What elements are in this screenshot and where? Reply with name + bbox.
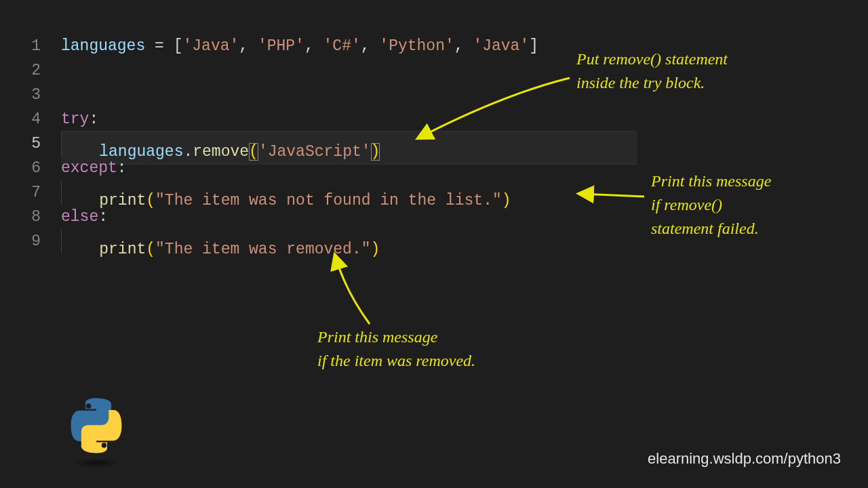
code-line: 3 — [0, 83, 868, 107]
code-line: 2 — [0, 58, 868, 83]
logo-shadow — [73, 458, 120, 468]
colon: : — [89, 110, 98, 128]
string-literal: 'Java' — [182, 37, 239, 55]
bracket: [ — [174, 37, 183, 55]
function-call: print — [99, 241, 146, 258]
bracket: ] — [529, 37, 538, 55]
string-literal: 'JavaScript' — [258, 143, 371, 161]
identifier: languages — [61, 37, 145, 55]
line-number: 4 — [0, 107, 61, 131]
annotation-else: Print this message if the item was remov… — [317, 325, 475, 373]
paren-open: ( — [146, 241, 155, 258]
comma: , — [454, 37, 473, 55]
indent — [62, 241, 99, 258]
comma: , — [304, 37, 323, 55]
line-number: 5 — [0, 131, 61, 156]
function-call: remove — [193, 143, 249, 161]
string-literal: "The item was not found in the list." — [155, 192, 502, 209]
string-literal: "The item was removed." — [155, 241, 370, 258]
line-number: 9 — [0, 229, 61, 253]
line-number: 3 — [0, 83, 61, 107]
line-number: 1 — [0, 34, 61, 58]
colon: : — [117, 159, 127, 177]
keyword-else: else — [61, 208, 98, 226]
comma: , — [239, 37, 258, 55]
code-line: 1 languages = ['Java', 'PHP', 'C#', 'Pyt… — [0, 34, 868, 58]
annotation-try-block: Put remove() statement inside the try bl… — [576, 47, 728, 95]
footer-url: elearning.wsldp.com/python3 — [648, 450, 841, 468]
line-number: 7 — [0, 180, 61, 205]
operator: = — [145, 37, 173, 55]
keyword-try: try — [61, 110, 89, 128]
comma: , — [361, 37, 380, 55]
paren-open: ( — [249, 143, 258, 161]
line-number: 6 — [0, 156, 61, 180]
dot: . — [183, 143, 193, 161]
python-logo-icon — [68, 397, 125, 468]
colon: : — [98, 208, 108, 226]
code-line: 4 try: — [0, 107, 868, 131]
string-literal: 'PHP' — [258, 37, 304, 55]
string-literal: 'C#' — [323, 37, 361, 55]
keyword-except: except — [61, 159, 117, 177]
string-literal: 'Java' — [473, 37, 529, 55]
paren-open: ( — [146, 192, 155, 209]
line-number: 8 — [0, 205, 61, 229]
paren-close: ) — [371, 143, 380, 161]
paren-close: ) — [371, 241, 380, 258]
paren-close: ) — [502, 192, 511, 209]
string-literal: 'Python' — [379, 37, 454, 55]
code-line-current: 5 languages.remove('JavaScript') — [0, 131, 868, 156]
line-number: 2 — [0, 58, 61, 83]
annotation-except: Print this message if remove() statement… — [651, 169, 771, 240]
